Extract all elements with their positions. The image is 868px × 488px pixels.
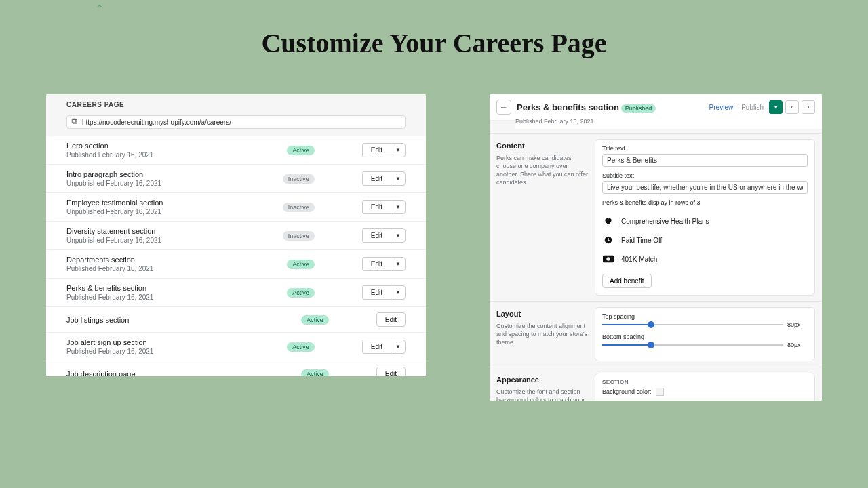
page-url-text: https://nocoderecruiting.myshopify.com/a…	[82, 119, 231, 126]
layout-heading: Layout	[496, 310, 588, 318]
edit-button[interactable]: Edit	[376, 367, 406, 376]
status-badge: Inactive	[283, 174, 315, 184]
chevron-up-icon: ⌃	[95, 3, 104, 16]
page-url-box[interactable]: https://nocoderecruiting.myshopify.com/a…	[66, 115, 406, 129]
section-name: Employee testimonial section	[66, 199, 163, 207]
edit-dropdown-button[interactable]: ▼	[391, 340, 406, 354]
add-benefit-button[interactable]: Add benefit	[602, 274, 652, 288]
prev-button[interactable]: ‹	[785, 100, 799, 114]
section-sub: Unpublished February 16, 2021	[66, 237, 161, 244]
edit-dropdown-button[interactable]: ▼	[391, 143, 406, 157]
clock-icon	[602, 234, 614, 246]
edit-button[interactable]: Edit	[362, 200, 391, 214]
subtitle-text-input[interactable]	[602, 181, 808, 194]
bg-color-swatch[interactable]	[656, 388, 664, 396]
edit-dropdown-button[interactable]: ▼	[391, 171, 406, 186]
status-badge: Inactive	[283, 203, 315, 212]
careers-page-panel: CAREERS PAGE https://nocoderecruiting.my…	[46, 94, 426, 376]
section-name: Hero section	[66, 142, 153, 150]
title-text-input[interactable]	[602, 154, 808, 167]
next-button[interactable]: ›	[802, 100, 815, 114]
section-row: Departments sectionPublished February 16…	[46, 249, 426, 278]
layout-desc: Customize the content alignment and spac…	[496, 322, 588, 346]
benefit-name: Comprehensive Health Plans	[621, 218, 709, 225]
preview-link[interactable]: Preview	[707, 104, 736, 111]
section-row: Hero sectionPublished February 16, 2021A…	[46, 136, 426, 164]
section-sub: Published February 16, 2021	[66, 348, 153, 355]
edit-dropdown-button[interactable]: ▼	[391, 257, 406, 271]
section-row: Job alert sign up sectionPublished Febru…	[46, 332, 426, 361]
edit-dropdown-button[interactable]: ▼	[391, 200, 406, 214]
bottom-spacing-label: Bottom spacing	[602, 333, 808, 340]
appearance-heading: Appearance	[496, 375, 588, 384]
page-title: Customize Your Careers Page	[0, 27, 868, 59]
section-name: Departments section	[66, 256, 153, 264]
editor-subtitle: Published February 16, 2021	[515, 118, 822, 129]
editor-title: Perks & benefits section	[517, 102, 619, 113]
appearance-desc: Customize the font and section backgroun…	[496, 388, 588, 401]
bottom-spacing-slider[interactable]	[602, 344, 783, 346]
top-spacing-slider[interactable]	[602, 324, 783, 325]
section-row: Job description pageActiveEdit	[46, 361, 426, 376]
edit-button[interactable]: Edit	[362, 143, 391, 157]
section-sub: Published February 16, 2021	[66, 293, 153, 301]
content-heading: Content	[496, 142, 588, 150]
status-badge: Inactive	[283, 231, 315, 241]
bottom-spacing-value: 80px	[787, 342, 808, 348]
subtitle-text-label: Subtitle text	[602, 172, 808, 179]
status-badge: Active	[301, 369, 329, 377]
title-text-subhead: TITLE TEXT	[602, 400, 808, 401]
copy-icon	[71, 118, 78, 126]
back-button[interactable]: ←	[496, 100, 511, 115]
edit-button[interactable]: Edit	[362, 171, 391, 186]
status-badge: Active	[287, 146, 315, 155]
section-row: Intro paragraph sectionUnpublished Febru…	[46, 164, 426, 192]
benefit-name: 401K Match	[621, 256, 657, 263]
bg-color-label: Background color:	[602, 388, 652, 395]
edit-button[interactable]: Edit	[362, 285, 391, 300]
section-name: Intro paragraph section	[66, 170, 161, 178]
section-subhead: SECTION	[602, 379, 808, 385]
section-sub: Published February 16, 2021	[66, 265, 153, 272]
section-row: Perks & benefits sectionPublished Februa…	[46, 278, 426, 306]
appearance-card: SECTION Background color: TITLE TEXT Tit…	[595, 373, 815, 401]
edit-button[interactable]: Edit	[362, 228, 391, 243]
cash-icon	[602, 253, 614, 265]
content-card: Title text Subtitle text Perks & benefit…	[595, 139, 815, 296]
edit-button[interactable]: Edit	[362, 257, 391, 271]
edit-button[interactable]: Edit	[376, 312, 406, 327]
rows-note: Perks & benefits display in rows of 3	[602, 199, 808, 206]
edit-dropdown-button[interactable]: ▼	[391, 285, 406, 300]
status-badge: Active	[287, 260, 315, 269]
heart-icon	[602, 215, 614, 227]
section-row: Diversity statement sectionUnpublished F…	[46, 221, 426, 249]
status-badge: Published	[621, 104, 656, 113]
edit-dropdown-button[interactable]: ▼	[391, 228, 406, 243]
section-sub: Unpublished February 16, 2021	[66, 208, 163, 216]
svg-point-4	[606, 257, 610, 260]
benefit-row[interactable]: 401K Match	[602, 249, 808, 268]
status-badge: Active	[301, 315, 329, 325]
careers-page-heading: CAREERS PAGE	[46, 94, 426, 113]
section-sub: Unpublished February 16, 2021	[66, 180, 161, 187]
top-spacing-value: 80px	[787, 321, 808, 328]
layout-card: Top spacing 80px Bottom spacing 80px	[595, 307, 815, 361]
section-row: Employee testimonial sectionUnpublished …	[46, 192, 426, 221]
benefit-row[interactable]: Paid Time Off	[602, 230, 808, 249]
save-dropdown-button[interactable]: ▾	[769, 100, 783, 114]
status-badge: Active	[287, 342, 315, 352]
section-sub: Published February 16, 2021	[66, 151, 153, 159]
edit-button[interactable]: Edit	[362, 340, 391, 354]
section-name: Perks & benefits section	[66, 284, 153, 292]
section-name: Diversity statement section	[66, 227, 161, 235]
benefit-row[interactable]: Comprehensive Health Plans	[602, 211, 808, 230]
title-text-label: Title text	[602, 145, 808, 152]
content-desc: Perks can make candidates choose one com…	[496, 154, 588, 187]
benefit-name: Paid Time Off	[621, 237, 662, 244]
status-badge: Active	[287, 288, 315, 298]
publish-link[interactable]: Publish	[738, 104, 766, 111]
top-spacing-label: Top spacing	[602, 313, 808, 320]
section-row: Job listings sectionActiveEdit	[46, 306, 426, 332]
section-name: Job alert sign up section	[66, 338, 153, 346]
section-name: Job description page	[66, 370, 136, 377]
